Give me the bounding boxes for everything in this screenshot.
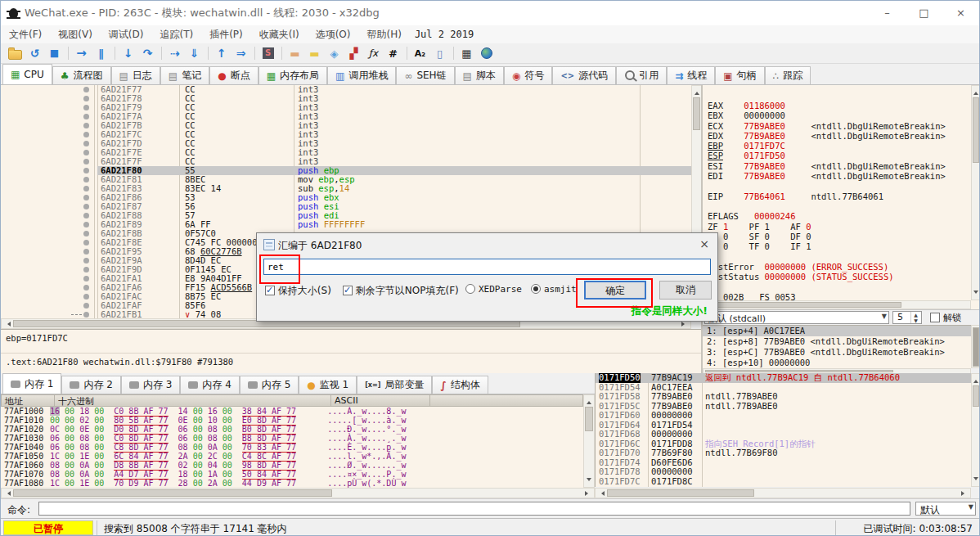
tab-trace[interactable]: ∴跟踪	[765, 66, 811, 84]
breakpoint-dot-icon[interactable]	[83, 123, 89, 128]
menu-item[interactable]: 帮助(H)	[358, 29, 409, 40]
tab-handles[interactable]: ▣句柄	[715, 66, 764, 84]
menu-item[interactable]: 追踪(T)	[151, 29, 201, 40]
globe-button[interactable]	[477, 45, 496, 62]
tab-breakpoints[interactable]: ●断点	[209, 66, 258, 84]
close-button[interactable]: ×	[942, 1, 979, 25]
registers-vscrollbar[interactable]	[971, 85, 980, 300]
tab-memory-1[interactable]: 内存 1	[2, 373, 61, 394]
menu-item[interactable]: 文件(F)	[1, 29, 50, 40]
dialog-close-icon[interactable]: ×	[699, 237, 709, 250]
tab-watch-1[interactable]: ●监视 1	[299, 376, 357, 394]
patches-button[interactable]: ▬	[285, 45, 304, 62]
register-line[interactable]: EBX 00000000	[708, 110, 971, 120]
menu-item[interactable]: 收藏夹(I)	[251, 29, 308, 40]
breakpoint-dot-icon[interactable]	[83, 276, 89, 282]
minimize-button[interactable]: –	[869, 1, 906, 25]
argument-count-stepper[interactable]: 5 ▲▼	[892, 311, 922, 324]
menu-item[interactable]: 选项(O)	[308, 29, 359, 40]
breakpoint-dot-icon[interactable]	[83, 105, 89, 110]
scylla-button[interactable]: S	[258, 45, 277, 62]
dump-row[interactable]: 77AF107008 00 0A 00A4 D7 AF 7718 00 1A 0…	[1, 470, 583, 479]
stack-vscrollbar[interactable]	[971, 373, 980, 487]
tab-source[interactable]: <>源代码	[552, 66, 616, 84]
register-line[interactable]	[708, 282, 971, 291]
register-line[interactable]: CF 0 TF 0 IF 1	[708, 241, 971, 251]
register-line[interactable]: ZF 1 PF 1 AF 0	[708, 222, 971, 232]
calculator-button[interactable]: ▦	[457, 45, 476, 62]
keep-size-checkbox[interactable]: 保持大小(S)	[265, 284, 331, 298]
register-line[interactable]: ESI 77B9ABE0 <ntdll.DbgUiRemoteBreakin>	[708, 161, 971, 171]
tab-memory-5[interactable]: 内存 5	[240, 376, 299, 394]
register-line[interactable]	[708, 251, 971, 261]
functions-button[interactable]: ƒx	[364, 45, 383, 62]
dump-row[interactable]: 77AF10200C 00 0E 00D0 8D AF 7706 00 08 0…	[1, 425, 583, 434]
breakpoint-dot-icon[interactable]	[83, 231, 89, 236]
dump-header-ascii[interactable]: ASCII	[331, 394, 430, 407]
dump-panel[interactable]: 77AF100016 00 18 00C0 8B AF 7714 00 16 0…	[1, 407, 583, 488]
dump-vscrollbar[interactable]	[583, 394, 595, 488]
dump-hscrollbar[interactable]	[1, 488, 595, 498]
run-button[interactable]: →	[72, 45, 91, 62]
tab-script[interactable]: ▤脚本	[455, 66, 504, 84]
tab-references[interactable]: 引用	[616, 66, 667, 84]
tab-seh-chain[interactable]: ∞SEH链	[396, 66, 454, 84]
breakpoint-dot-icon[interactable]	[83, 267, 89, 273]
breakpoint-dot-icon[interactable]	[83, 222, 89, 227]
tab-memory-2[interactable]: 内存 2	[61, 376, 120, 394]
stack-row[interactable]: 0171FD5077B9AC19返回到 ntdll.77B9AC19 自 ntd…	[596, 373, 971, 383]
run-to-user-code-button[interactable]: ⇒	[232, 45, 250, 62]
fill-nop-checkbox[interactable]: 剩余字节以NOP填充(F)	[343, 284, 459, 298]
breakpoint-dot-icon[interactable]	[83, 168, 89, 173]
tab-log[interactable]: ▤日志	[111, 66, 160, 84]
register-line[interactable]: EDX 77B9ABE0 <ntdll.DbgUiRemoteBreakin>	[708, 131, 971, 141]
register-line[interactable]	[708, 201, 971, 211]
breakpoint-dot-icon[interactable]	[83, 87, 89, 92]
dump-row[interactable]: 77AF10801C 00 1E 0070 D9 AF 7728 00 2A 0…	[1, 479, 583, 488]
register-line[interactable]: LastStatus 00000000 (STATUS_SUCCESS)	[708, 272, 971, 282]
breakpoint-dot-icon[interactable]	[83, 141, 89, 146]
tab-call-stack[interactable]: ▥调用堆栈	[327, 66, 396, 84]
restart-button[interactable]: ↺	[25, 45, 44, 62]
calling-convention-select[interactable]: 默认 (stdcall) ▼	[704, 311, 889, 324]
tab-locals[interactable]: [x=]局部变量	[357, 376, 432, 394]
dump-row[interactable]: 77AF104006 00 08 00C8 8D AF 7708 00 0A 0…	[1, 443, 583, 452]
breakpoint-dot-icon[interactable]	[83, 303, 89, 309]
stop-button[interactable]: ■	[45, 45, 64, 62]
stack-row[interactable]: 0171FD6800000000	[596, 430, 971, 439]
breakpoint-dot-icon[interactable]	[83, 159, 89, 164]
breakpoint-dot-icon[interactable]	[83, 186, 89, 191]
register-line[interactable]	[708, 181, 971, 191]
tab-notes[interactable]: ▤笔记	[160, 66, 209, 84]
breakpoint-dot-icon[interactable]	[83, 294, 89, 300]
register-line[interactable]: EAX 01186000	[708, 101, 971, 110]
command-profile-select[interactable]: 默认 ▼	[915, 502, 976, 516]
breakpoint-dot-icon[interactable]	[83, 96, 89, 101]
arguments-vscrollbar[interactable]	[971, 325, 980, 368]
dump-row[interactable]: 77AF106008 00 0A 00D8 8B AF 7702 00 04 0…	[1, 461, 583, 470]
spinner-arrows-icon[interactable]: ▲▼	[910, 312, 920, 323]
tab-memory-4[interactable]: 内存 4	[180, 376, 239, 394]
pause-button[interactable]: ∥	[92, 45, 110, 62]
execute-till-return-button[interactable]: ↑	[212, 45, 231, 62]
register-line[interactable]: ECX 77B9ABE0 <ntdll.DbgUiRemoteBreakin>	[708, 121, 971, 131]
dump-row[interactable]: 77AF103006 00 08 00C0 8D AF 7706 00 08 0…	[1, 434, 583, 443]
register-line[interactable]: EFLAGS 00000246	[708, 211, 971, 221]
dump-row[interactable]: 77AF101000 00 02 0080 5B AF 770E 00 10 0…	[1, 416, 583, 425]
breakpoint-dot-icon[interactable]	[83, 312, 89, 318]
breakpoint-dot-icon[interactable]	[83, 204, 89, 209]
argument-row[interactable]: 4: [esp+10] 00000000	[703, 358, 971, 368]
menu-item[interactable]: 插件(P)	[201, 29, 251, 40]
dump-header-address[interactable]: 地址	[1, 394, 55, 407]
stack-row[interactable]: 0171FD5877B9ABE0ntdll.77B9ABE0	[596, 392, 971, 402]
tab-cpu[interactable]: ▦CPU	[2, 64, 52, 84]
menu-item[interactable]: 视图(V)	[50, 29, 101, 40]
breakpoint-dot-icon[interactable]	[83, 213, 89, 218]
argument-row[interactable]: 3: [esp+C] 77B9ABE0 <ntdll.DbgUiRemoteBr…	[703, 347, 971, 358]
asmjit-radio[interactable]: asmjit	[531, 284, 577, 295]
hash-button[interactable]: #	[384, 45, 402, 62]
breakpoint-dot-icon[interactable]	[83, 132, 89, 137]
assemble-instruction-input[interactable]	[263, 259, 711, 275]
breakpoint-dot-icon[interactable]	[83, 195, 89, 200]
breakpoint-dot-icon[interactable]	[83, 258, 89, 263]
